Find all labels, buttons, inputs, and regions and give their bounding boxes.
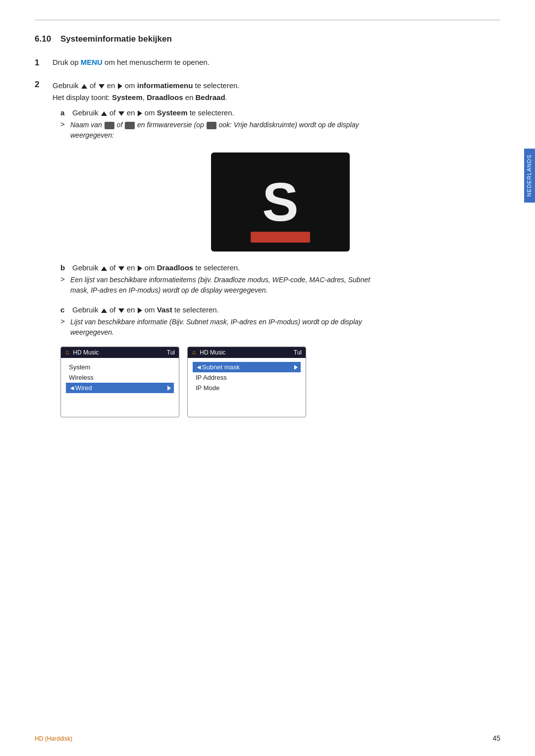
device-image-container: S [60, 152, 500, 252]
sub-a-text2: te selecteren. [190, 108, 234, 117]
step2-bold2: Draadloos [147, 93, 183, 101]
screen-right-arrow-right-icon [294, 365, 298, 370]
arrow-b-content: Een lijst van beschikbare informatieitem… [70, 275, 370, 296]
device-s-letter: S [262, 175, 298, 229]
screens-container: ♫ HD Music Tul System Wireless ◄Wired [60, 347, 500, 417]
step2-of: of [90, 81, 96, 90]
screen-left-spacer [66, 393, 174, 413]
step-2: 2 Gebruik of en om informatiemenu te sel… [35, 80, 500, 103]
sub-a-label: a [60, 108, 72, 117]
arrow-sym-b: > [60, 275, 70, 283]
sub-a-bold: Systeem [157, 108, 188, 117]
sub-b-tri-up [101, 266, 107, 271]
arrow-c-text2: weergegeven. [70, 328, 114, 336]
screen-left-header: ♫ HD Music Tul [61, 347, 179, 358]
sub-step-b: b Gebruik of en om Draadloos te selecter… [60, 263, 500, 272]
sub-b-content: Gebruik of en om Draadloos te selecteren… [72, 263, 240, 272]
sub-a-en: en [127, 108, 135, 117]
step2-text2: te selecteren. [195, 81, 239, 90]
sub-b-tri-down [118, 266, 124, 271]
triangle-up-icon [81, 84, 87, 89]
step2-bold3: Bedraad [196, 93, 225, 101]
page-number: 45 [492, 734, 500, 742]
screen-right: ♫ HD Music Tul ◄Subnet mask IP Address I… [187, 347, 306, 417]
arrow-a-of: of [117, 121, 123, 129]
arrow-a-ook: ook: Vrije harddiskruimte) wordt op de d… [218, 121, 359, 129]
screen-right-signal: Tul [294, 349, 302, 356]
step1-text-before: Druk op [53, 58, 81, 66]
sub-b-gebruik: Gebruik [72, 263, 99, 272]
screen-right-spacer [193, 393, 301, 413]
step-2-number: 2 [35, 80, 53, 90]
screen-right-title-area: ♫ HD Music [192, 349, 225, 356]
screen-left-title-area: ♫ HD Music [65, 349, 99, 356]
step2-line2: Het display toont: [53, 93, 110, 101]
section-title: Systeeminformatie bekijken [60, 34, 172, 44]
sub-b-of: of [109, 263, 116, 272]
step-1-content: Druk op MENU om het menuscherm te openen… [53, 58, 500, 66]
arrow-b-text2: mask, IP-adres en IP-modus) wordt op de … [70, 286, 268, 294]
icon-c-2 [207, 122, 216, 129]
device-image: S [211, 152, 350, 252]
section-b: b Gebruik of en om Draadloos te selecter… [60, 263, 500, 296]
sub-c-bold: Vast [157, 305, 172, 314]
step-1: 1 Druk op MENU om het menuscherm te open… [35, 58, 500, 68]
sub-a-tri-up [101, 111, 107, 116]
sub-steps: a Gebruik of en om Systeem te selecteren… [60, 108, 500, 417]
sub-b-bold: Draadloos [157, 263, 193, 272]
step-1-number: 1 [35, 58, 53, 68]
device-bottom-bar [251, 232, 310, 243]
arrow-sym-a: > [60, 120, 70, 128]
arrow-c-content: Lijst van beschikbare informatie (Bijv. … [70, 317, 362, 338]
step2-om: om [125, 81, 135, 90]
sub-b-tri-right [138, 265, 142, 271]
section-number: 6.10 [35, 34, 51, 44]
music-note-icon-left: ♫ [65, 349, 69, 356]
sub-a-om: om [145, 108, 155, 117]
screen-left-wired-text: ◄Wired [69, 384, 92, 392]
screen-left: ♫ HD Music Tul System Wireless ◄Wired [60, 347, 179, 417]
sub-c-tri-up [101, 308, 107, 313]
triangle-down-icon [99, 84, 105, 89]
arrow-c-text: Lijst van beschikbare informatie (Bijv. … [70, 318, 362, 326]
sub-c-en: en [127, 305, 135, 314]
icon-c-1 [105, 122, 114, 129]
step2-gebruik: Gebruik [53, 81, 79, 90]
screen-left-body: System Wireless ◄Wired [61, 358, 179, 417]
sub-c-tri-down [118, 308, 124, 313]
screen-left-item-wired: ◄Wired [66, 383, 174, 393]
sub-c-of: of [109, 305, 116, 314]
sub-c-om: om [145, 305, 155, 314]
sub-c-gebruik: Gebruik [72, 305, 99, 314]
sub-b-label: b [60, 263, 72, 272]
icon-s-1 [125, 122, 135, 129]
section-c: c Gebruik of en om Vast te selecteren. > [60, 305, 500, 417]
screen-right-subnet-text: ◄Subnet mask [196, 363, 240, 371]
sub-c-label: c [60, 305, 72, 314]
screen-right-header: ♫ HD Music Tul [188, 347, 306, 358]
arrow-item-a: > Naam van of en firmwareversie (op ook:… [60, 120, 500, 141]
screen-left-arrow-right-icon [167, 386, 171, 391]
screen-left-item-system: System [66, 362, 174, 372]
screen-right-title: HD Music [200, 349, 225, 356]
arrow-a-text3: weergegeven: [70, 131, 114, 139]
arrow-a-text2: en firmwareversie (op [137, 121, 204, 129]
arrow-sym-c: > [60, 317, 70, 325]
sub-a-content: Gebruik of en om Systeem te selecteren. [72, 108, 234, 117]
screen-right-item-subnet: ◄Subnet mask [193, 362, 301, 372]
sub-c-content: Gebruik of en om Vast te selecteren. [72, 305, 219, 314]
sidebar-tab: NEDERLANDS [524, 149, 535, 202]
arrow-a-content: Naam van of en firmwareversie (op ook: V… [70, 120, 359, 141]
sub-c-text2: te selecteren. [174, 305, 219, 314]
screen-right-item-ip-mode: IP Mode [193, 383, 301, 393]
sub-a-of: of [109, 108, 116, 117]
step1-text-after: om het menuscherm te openen. [103, 58, 210, 66]
sub-b-en: en [127, 263, 135, 272]
sub-b-om: om [145, 263, 155, 272]
footer-text: HD (Harddisk) [35, 735, 72, 742]
screen-right-body: ◄Subnet mask IP Address IP Mode [188, 358, 306, 417]
screen-left-title: HD Music [73, 349, 99, 356]
menu-label: MENU [81, 58, 103, 66]
step2-en: en [107, 81, 115, 90]
section-heading: 6.10 Systeeminformatie bekijken [35, 34, 500, 44]
